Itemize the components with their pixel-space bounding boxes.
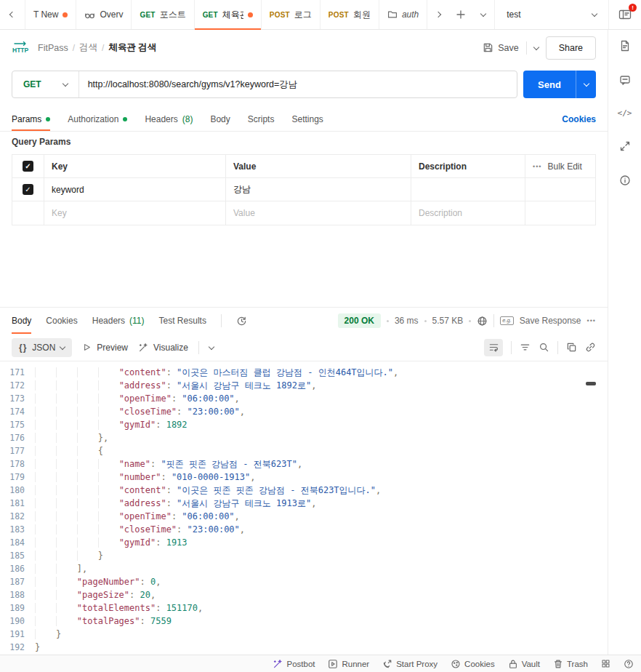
status-badge[interactable]: 200 OK (338, 313, 381, 328)
line-number: 171 (0, 366, 35, 379)
preview-button[interactable]: Preview (82, 343, 128, 353)
response-tab-headers[interactable]: Headers(11) (92, 308, 145, 334)
response-time[interactable]: 36 ms (395, 316, 419, 326)
send-label[interactable]: Send (523, 71, 576, 98)
tab-new[interactable]: T New (25, 0, 76, 29)
send-options-button[interactable] (576, 71, 596, 98)
response-body-editor[interactable]: 171 "content": "이곳은 마스터짐 클럽 강남점 - 인천464T… (0, 361, 608, 654)
green-dot (123, 117, 127, 121)
chevron-down-icon[interactable] (209, 343, 214, 349)
tab-get-post-list[interactable]: GET 포스트 (131, 0, 193, 29)
tab-get-gym-search[interactable]: GET 체육관 (194, 0, 261, 29)
param-description-placeholder[interactable]: Description (411, 201, 525, 225)
runner-button[interactable]: Runner (328, 659, 369, 669)
divider (221, 314, 222, 327)
code-text: "closeTime": "23:00:00", (35, 405, 245, 418)
param-value-placeholder[interactable]: Value (226, 201, 411, 225)
url-input[interactable]: http://localhost:8080/search/gyms/v1?key… (79, 79, 307, 91)
save-response-button[interactable]: Save Response (520, 316, 581, 326)
response-tab-cookies[interactable]: Cookies (46, 308, 77, 334)
start-proxy-icon (382, 659, 392, 669)
code-line: 190 "totalPages": 7559 (0, 615, 608, 628)
response-tab-test-results[interactable]: Test Results (159, 308, 206, 334)
share-button[interactable]: Share (546, 36, 596, 60)
more-actions-icon[interactable]: ••• (587, 317, 596, 324)
postbot-button[interactable]: Postbot (273, 659, 315, 669)
param-key-placeholder[interactable]: Key (44, 201, 226, 225)
vault-button[interactable]: Vault (508, 659, 540, 669)
info-icon[interactable] (619, 175, 631, 186)
tab-params[interactable]: Params (12, 107, 50, 131)
tab-authorization[interactable]: Authorization (68, 107, 127, 131)
breadcrumb-collection[interactable]: FitPass (38, 43, 68, 53)
save-button[interactable]: Save (483, 42, 519, 53)
code-line: 184 "gymId": 1913 (0, 536, 608, 549)
line-number: 191 (0, 628, 35, 641)
save-options-chevron-icon[interactable] (533, 44, 539, 49)
visualize-button[interactable]: Visualize (138, 343, 188, 353)
start-proxy-button[interactable]: Start Proxy (382, 659, 438, 669)
floppy-save-icon (483, 42, 493, 53)
folder-icon (387, 9, 398, 20)
tab-overview[interactable]: Overv (76, 0, 131, 29)
workspace-switcher[interactable]: test (494, 0, 608, 29)
code-line: 181 "address": "서울시 강남구 테크노 1913로", (0, 497, 608, 510)
documentation-icon[interactable] (619, 40, 631, 52)
tab-settings[interactable]: Settings (291, 107, 323, 131)
select-all-checkbox[interactable]: ✓ (12, 155, 44, 178)
sync-arrows-icon[interactable] (619, 140, 631, 152)
tab-post-login[interactable]: POST 로그 (261, 0, 320, 29)
scrollbar-thumb[interactable] (586, 382, 596, 385)
tab-body[interactable]: Body (210, 107, 230, 131)
tab-auth-folder[interactable]: auth (379, 0, 427, 29)
param-row-spacer (525, 178, 595, 201)
line-number: 177 (0, 444, 35, 457)
filter-icon[interactable] (520, 342, 531, 353)
history-icon[interactable] (236, 316, 247, 327)
divider (557, 341, 558, 354)
globe-network-icon[interactable] (477, 316, 488, 327)
method-label: GET (23, 79, 41, 89)
cookies-link[interactable]: Cookies (562, 114, 596, 124)
bulk-edit-button[interactable]: ••• Bulk Edit (525, 155, 595, 178)
code-line: 178 "name": "핏존 핏존 강남점 - 전북623T", (0, 457, 608, 471)
param-key-cell[interactable]: keyword (44, 178, 226, 201)
tabs-scroll-right-button[interactable] (427, 0, 449, 29)
param-description-cell[interactable] (411, 178, 525, 201)
breadcrumb-folder[interactable]: 검색 (79, 41, 97, 54)
tab-post-member[interactable]: POST 회원 (320, 0, 379, 29)
code-snippet-icon[interactable]: </> (618, 108, 632, 118)
tab-headers[interactable]: Headers(8) (145, 107, 193, 131)
checkbox-checked-icon: ✓ (23, 184, 33, 195)
code-line: 177 { (0, 444, 608, 457)
search-icon[interactable] (539, 342, 549, 353)
send-button[interactable]: Send (523, 71, 596, 98)
help-icon[interactable] (624, 659, 634, 669)
param-value-cell[interactable]: 강남 (226, 178, 411, 201)
unsaved-dot (248, 12, 253, 17)
wrap-lines-button[interactable] (484, 339, 503, 356)
add-tab-button[interactable] (449, 0, 472, 29)
method-selector[interactable]: GET (12, 71, 79, 97)
code-line: 171 "content": "이곳은 마스터짐 클럽 강남점 - 인천464T… (0, 366, 608, 379)
response-size[interactable]: 5.57 KB (432, 316, 464, 326)
tabs-scroll-left-button[interactable] (0, 0, 25, 29)
panel-grid-icon[interactable] (601, 659, 610, 668)
green-dot (46, 117, 50, 121)
agent-selector-button[interactable]: ! (608, 0, 641, 29)
format-selector[interactable]: {} JSON (12, 338, 72, 357)
link-icon[interactable] (585, 342, 596, 353)
breadcrumb-request-name[interactable]: 체육관 검색 (108, 41, 156, 54)
tab-scripts[interactable]: Scripts (248, 107, 275, 131)
row-checkbox[interactable]: ✓ (12, 178, 44, 201)
cookies-button[interactable]: Cookies (451, 659, 495, 669)
comments-icon[interactable] (619, 74, 631, 86)
copy-icon[interactable] (566, 342, 577, 353)
tab-options-button[interactable] (472, 0, 494, 29)
format-label: JSON (32, 343, 55, 353)
trash-button[interactable]: Trash (553, 659, 588, 669)
code-line: 192} (0, 641, 608, 654)
chevron-down-icon (62, 81, 68, 87)
svg-text:HTTP: HTTP (12, 47, 29, 54)
response-tab-body[interactable]: Body (12, 308, 31, 334)
